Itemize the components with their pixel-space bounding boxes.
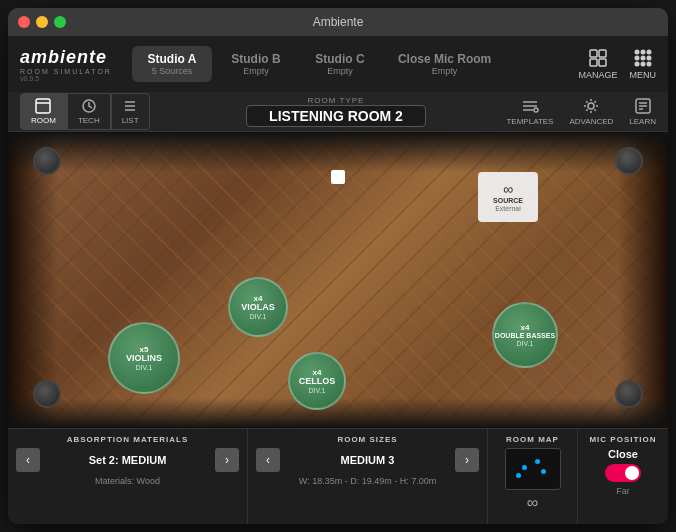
mic-position-panel: MIC POSITION Close Far bbox=[578, 429, 668, 524]
room-map-panel: ROOM MAP ∞ bbox=[488, 429, 578, 524]
room-map-canvas[interactable] bbox=[505, 448, 561, 490]
double-basses-node[interactable]: x4 DOUBLE BASSES DIV.1 bbox=[492, 302, 558, 368]
room-size-next-button[interactable]: › bbox=[455, 448, 479, 472]
tab-studio-a[interactable]: Studio A 5 Sources bbox=[132, 46, 212, 82]
svg-point-12 bbox=[647, 63, 650, 66]
speaker-bottom-left bbox=[33, 380, 61, 408]
speaker-top-left bbox=[33, 147, 61, 175]
svg-rect-13 bbox=[36, 99, 50, 113]
mic-position-dot bbox=[331, 170, 345, 184]
svg-rect-2 bbox=[590, 59, 597, 66]
advanced-button[interactable]: ADVANCED bbox=[569, 97, 613, 126]
room-wall-top bbox=[8, 132, 668, 172]
logo-version: v0.9.5 bbox=[20, 75, 112, 82]
infinity-icon: ∞ bbox=[503, 181, 513, 197]
room-sizes-panel: ROOM SIZES ‹ MEDIUM 3 › W: 18.35m - D: 1… bbox=[248, 429, 488, 524]
room-wall-bottom bbox=[8, 398, 668, 428]
absorption-prev-button[interactable]: ‹ bbox=[16, 448, 40, 472]
svg-point-11 bbox=[641, 63, 644, 66]
close-button[interactable] bbox=[18, 16, 30, 28]
room-size-control: ‹ MEDIUM 3 › bbox=[256, 448, 479, 472]
absorption-control: ‹ Set 2: MEDIUM › bbox=[16, 448, 239, 472]
toolbar-right-actions: TEMPLATES ADVANCED LEARN bbox=[506, 97, 656, 126]
menu-button[interactable]: MENU bbox=[630, 48, 657, 80]
room-type-display: Room Type LISTENING ROOM 2 bbox=[166, 96, 507, 127]
svg-point-21 bbox=[534, 108, 538, 112]
map-dot-2 bbox=[535, 459, 540, 464]
title-bar: Ambiente bbox=[8, 8, 668, 36]
templates-button[interactable]: TEMPLATES bbox=[506, 97, 553, 126]
logo-name: ambiente bbox=[20, 47, 112, 68]
tab-close-mic-room[interactable]: Close Mic Room Empty bbox=[384, 46, 505, 82]
room-view: ∞ SOURCEExternal x5 VIOLINS DIV.1 x4 VIO… bbox=[8, 132, 668, 428]
svg-rect-3 bbox=[599, 59, 606, 66]
manage-button[interactable]: MANAGE bbox=[578, 48, 617, 80]
svg-point-4 bbox=[635, 51, 638, 54]
speaker-bottom-right bbox=[615, 380, 643, 408]
minimize-button[interactable] bbox=[36, 16, 48, 28]
svg-point-6 bbox=[647, 51, 650, 54]
absorption-panel: ABSORPTION MATERIALS ‹ Set 2: MEDIUM › M… bbox=[8, 429, 248, 524]
map-dot-3 bbox=[541, 469, 546, 474]
room-size-prev-button[interactable]: ‹ bbox=[256, 448, 280, 472]
toggle-knob bbox=[625, 466, 639, 480]
mic-position-toggle[interactable] bbox=[605, 464, 641, 482]
map-dot-1 bbox=[522, 465, 527, 470]
learn-button[interactable]: LEARN bbox=[629, 97, 656, 126]
view-tab-list[interactable]: LIST bbox=[111, 93, 150, 130]
app-header: ambiente ROOM SIMULATOR v0.9.5 Studio A … bbox=[8, 36, 668, 92]
svg-point-5 bbox=[641, 51, 644, 54]
violins-node[interactable]: x5 VIOLINS DIV.1 bbox=[108, 322, 180, 394]
svg-point-9 bbox=[647, 57, 650, 60]
svg-point-10 bbox=[635, 63, 638, 66]
room-type-name[interactable]: LISTENING ROOM 2 bbox=[246, 105, 426, 127]
tab-studio-c[interactable]: Studio C Empty bbox=[300, 46, 380, 82]
svg-rect-1 bbox=[599, 50, 606, 57]
bottom-panels: ABSORPTION MATERIALS ‹ Set 2: MEDIUM › M… bbox=[8, 428, 668, 524]
map-infinity-icon: ∞ bbox=[527, 494, 538, 512]
studio-tabs: Studio A 5 Sources Studio B Empty Studio… bbox=[132, 46, 571, 82]
svg-point-8 bbox=[641, 57, 644, 60]
violas-node[interactable]: x4 VIOLAS DIV.1 bbox=[228, 277, 288, 337]
main-toolbar: ROOM TECH LIST Room Type LISTENING bbox=[8, 92, 668, 132]
logo: ambiente ROOM SIMULATOR v0.9.5 bbox=[20, 47, 112, 82]
svg-point-22 bbox=[588, 103, 594, 109]
source-node[interactable]: ∞ SOURCEExternal bbox=[478, 172, 538, 222]
map-dot-4 bbox=[516, 473, 521, 478]
svg-point-7 bbox=[635, 57, 638, 60]
window-controls bbox=[18, 16, 66, 28]
tab-studio-b[interactable]: Studio B Empty bbox=[216, 46, 296, 82]
main-content: ∞ SOURCEExternal x5 VIOLINS DIV.1 x4 VIO… bbox=[8, 132, 668, 524]
window-title: Ambiente bbox=[313, 15, 364, 29]
maximize-button[interactable] bbox=[54, 16, 66, 28]
cellos-node[interactable]: x4 CELLOS DIV.1 bbox=[288, 352, 346, 410]
absorption-next-button[interactable]: › bbox=[215, 448, 239, 472]
header-actions: MANAGE MENU bbox=[578, 48, 656, 80]
speaker-top-right bbox=[615, 147, 643, 175]
app-window: Ambiente ambiente ROOM SIMULATOR v0.9.5 … bbox=[8, 8, 668, 524]
source-label: SOURCEExternal bbox=[493, 197, 523, 214]
logo-subtitle: ROOM SIMULATOR bbox=[20, 68, 112, 75]
view-tab-room[interactable]: ROOM bbox=[20, 93, 67, 130]
view-tabs: ROOM TECH LIST bbox=[20, 93, 150, 130]
svg-rect-0 bbox=[590, 50, 597, 57]
view-tab-tech[interactable]: TECH bbox=[67, 93, 111, 130]
